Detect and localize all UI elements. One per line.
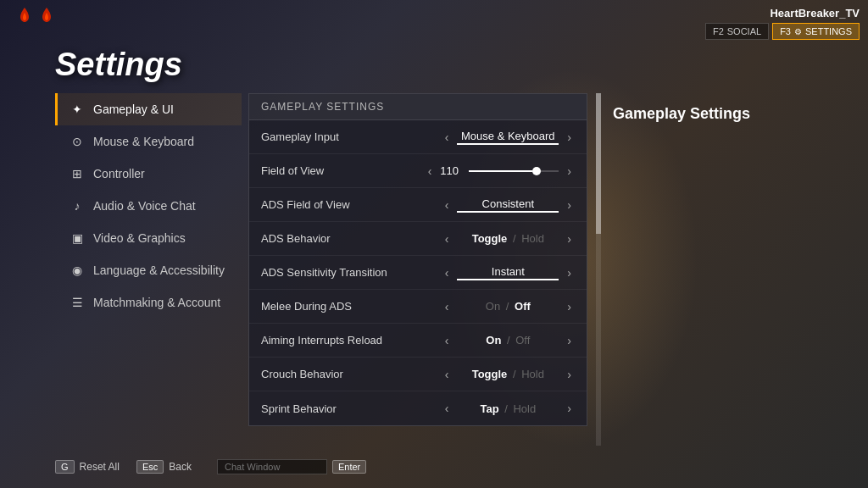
page-title: Settings xyxy=(55,47,182,83)
arrow-left-gameplay-input[interactable]: ‹ xyxy=(442,130,453,144)
row-crouch-behavior: Crouch Behavior ‹ Toggle / Hold › xyxy=(249,358,587,391)
label-ads-fov: ADS Field of View xyxy=(261,198,442,211)
arrow-left-ads-sensitivity[interactable]: ‹ xyxy=(442,266,453,280)
reset-key: G xyxy=(55,460,75,474)
mouse-icon: ⊙ xyxy=(70,135,85,148)
bottom-bar: G Reset All Esc Back Enter xyxy=(0,446,868,488)
gear-icon: ⚙ xyxy=(794,27,802,36)
sidebar-item-mouse-keyboard[interactable]: ⊙ Mouse & Keyboard xyxy=(55,125,242,158)
arrow-left-ads-fov[interactable]: ‹ xyxy=(442,198,453,212)
control-ads-fov: ‹ Consistent › xyxy=(442,197,575,213)
reset-label: Reset All xyxy=(80,461,120,473)
control-ads-behavior: ‹ Toggle / Hold › xyxy=(442,232,575,246)
settings-panel: Gameplay Settings Gameplay Input ‹ Mouse… xyxy=(248,93,587,426)
ads-behavior-value2: Hold xyxy=(521,232,544,245)
arrow-right-gameplay-input[interactable]: › xyxy=(564,130,575,144)
back-action[interactable]: Esc Back xyxy=(136,460,192,474)
arrow-right-sprint[interactable]: › xyxy=(564,402,575,415)
back-key: Esc xyxy=(136,460,164,474)
scrollbar[interactable] xyxy=(596,93,601,446)
settings-label: SETTINGS xyxy=(805,26,852,36)
scrollbar-thumb xyxy=(596,93,601,234)
audio-icon: ♪ xyxy=(70,199,85,213)
row-ads-sensitivity: ADS Sensitivity Transition ‹ Instant › xyxy=(249,256,587,290)
arrow-right-ads-fov[interactable]: › xyxy=(564,198,575,212)
row-gameplay-input: Gameplay Input ‹ Mouse & Keyboard › xyxy=(249,120,587,154)
label-melee-ads: Melee During ADS xyxy=(261,300,442,313)
sprint-value1: Tap xyxy=(480,402,498,415)
label-field-of-view: Field of View xyxy=(261,164,425,177)
control-sprint-behavior: ‹ Tap / Hold › xyxy=(442,402,575,415)
value-gameplay-input: Mouse & Keyboard xyxy=(457,130,559,145)
melee-ads-value2: Off xyxy=(515,300,531,313)
sidebar-label-video: Video & Graphics xyxy=(93,231,186,245)
content-panel: Gameplay Settings Gameplay Input ‹ Mouse… xyxy=(248,93,587,446)
sidebar-label-matchmaking: Matchmaking & Account xyxy=(93,296,220,309)
sidebar-item-audio[interactable]: ♪ Audio & Voice Chat xyxy=(55,190,242,222)
sidebar-item-language[interactable]: ◉ Language & Accessibility xyxy=(55,254,242,286)
label-gameplay-input: Gameplay Input xyxy=(261,130,442,143)
ads-behavior-value1: Toggle xyxy=(472,232,508,245)
slider-fill-fov xyxy=(469,170,531,172)
label-crouch-behavior: Crouch Behavior xyxy=(261,368,442,380)
sidebar-label-gameplay: Gameplay & UI xyxy=(93,103,174,116)
chat-input-area: Enter xyxy=(217,459,366,474)
sprint-value2: Hold xyxy=(513,402,536,415)
sidebar-label-audio: Audio & Voice Chat xyxy=(93,199,196,213)
value-fov: 110 xyxy=(440,164,464,177)
arrow-right-crouch[interactable]: › xyxy=(564,368,575,381)
main-layout: ✦ Gameplay & UI ⊙ Mouse & Keyboard ⊞ Con… xyxy=(55,93,851,446)
arrow-left-fov[interactable]: ‹ xyxy=(425,164,436,178)
crouch-value1: Toggle xyxy=(472,368,508,380)
slider-thumb-fov xyxy=(532,167,541,175)
arrow-left-melee-ads[interactable]: ‹ xyxy=(442,300,453,313)
flame-icon-1 xyxy=(17,8,32,26)
sidebar-item-gameplay-ui[interactable]: ✦ Gameplay & UI xyxy=(55,93,242,125)
arrow-right-aiming[interactable]: › xyxy=(564,334,575,347)
tab-settings[interactable]: F3 ⚙ SETTINGS xyxy=(772,23,860,40)
crouch-value2: Hold xyxy=(521,368,544,380)
arrow-right-melee-ads[interactable]: › xyxy=(564,300,575,313)
settings-key: F3 xyxy=(780,26,791,36)
aiming-value2: Off xyxy=(515,334,530,347)
value-melee-ads: On / Off xyxy=(457,300,559,313)
value-ads-behavior: Toggle / Hold xyxy=(457,232,559,245)
arrow-right-ads-behavior[interactable]: › xyxy=(564,232,575,246)
top-right-nav: HeartBreaker_TV F2 SOCIAL F3 ⚙ SETTINGS xyxy=(705,7,860,40)
arrow-right-ads-sensitivity[interactable]: › xyxy=(564,266,575,280)
value-aiming-interrupts: On / Off xyxy=(457,334,559,347)
sidebar-item-video[interactable]: ▣ Video & Graphics xyxy=(55,222,242,254)
language-icon: ◉ xyxy=(70,263,85,277)
row-field-of-view: Field of View ‹ 110 › xyxy=(249,154,587,188)
arrow-left-ads-behavior[interactable]: ‹ xyxy=(442,232,453,246)
sidebar: ✦ Gameplay & UI ⊙ Mouse & Keyboard ⊞ Con… xyxy=(55,93,242,446)
value-crouch-behavior: Toggle / Hold xyxy=(457,368,559,380)
controller-icon: ⊞ xyxy=(70,167,85,180)
value-sprint-behavior: Tap / Hold xyxy=(457,402,559,415)
slider-track-fov xyxy=(469,170,559,172)
melee-ads-value1: On xyxy=(486,300,500,313)
social-key: F2 xyxy=(713,26,724,36)
social-label: SOCIAL xyxy=(727,26,761,36)
arrow-right-fov[interactable]: › xyxy=(564,164,575,178)
sidebar-label-controller: Controller xyxy=(93,167,145,180)
nav-tabs: F2 SOCIAL F3 ⚙ SETTINGS xyxy=(705,23,860,40)
control-ads-sensitivity: ‹ Instant › xyxy=(442,265,575,280)
chat-input[interactable] xyxy=(217,459,327,474)
row-ads-behavior: ADS Behavior ‹ Toggle / Hold › xyxy=(249,222,587,256)
sidebar-item-matchmaking[interactable]: ☰ Matchmaking & Account xyxy=(55,286,242,319)
slider-fov[interactable]: 110 xyxy=(440,164,559,177)
arrow-left-sprint[interactable]: ‹ xyxy=(442,402,453,415)
top-bar: HeartBreaker_TV F2 SOCIAL F3 ⚙ SETTINGS xyxy=(0,0,868,34)
control-gameplay-input: ‹ Mouse & Keyboard › xyxy=(442,130,575,145)
label-ads-sensitivity: ADS Sensitivity Transition xyxy=(261,266,442,279)
arrow-left-aiming[interactable]: ‹ xyxy=(442,334,453,347)
gameplay-icon: ✦ xyxy=(70,103,85,116)
arrow-left-crouch[interactable]: ‹ xyxy=(442,368,453,381)
value-ads-fov: Consistent xyxy=(457,197,559,213)
tab-social[interactable]: F2 SOCIAL xyxy=(705,23,769,40)
label-ads-behavior: ADS Behavior xyxy=(261,232,442,245)
sidebar-item-controller[interactable]: ⊞ Controller xyxy=(55,158,242,190)
sidebar-label-mouse: Mouse & Keyboard xyxy=(93,135,194,148)
reset-all-action[interactable]: G Reset All xyxy=(55,460,120,474)
